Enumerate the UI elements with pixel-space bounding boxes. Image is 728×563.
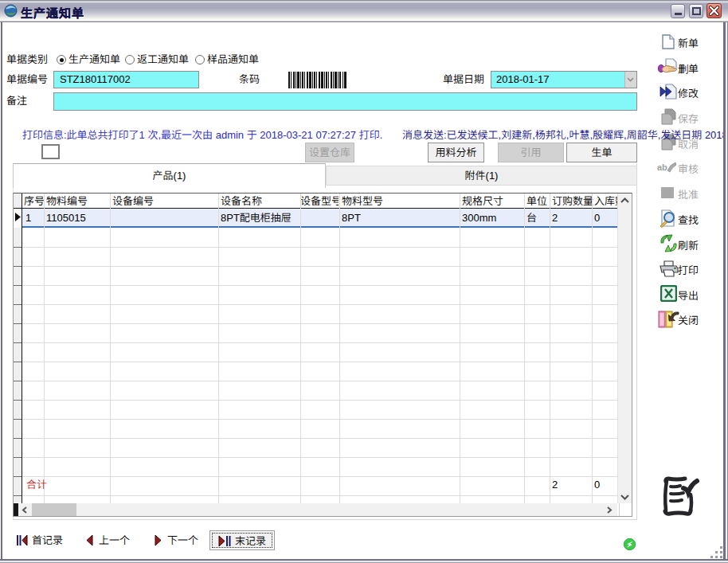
svg-text:ab: ab (657, 162, 667, 172)
